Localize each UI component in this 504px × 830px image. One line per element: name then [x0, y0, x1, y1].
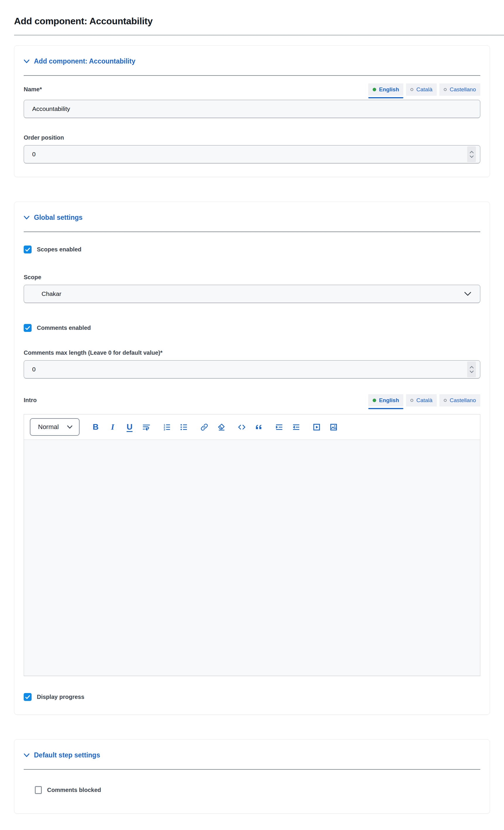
stepper-up-icon [469, 151, 474, 153]
link-button[interactable] [200, 422, 209, 432]
tab-label: English [379, 397, 399, 404]
checkmark-icon [25, 326, 30, 330]
tab-english[interactable]: English [368, 84, 404, 96]
blockquote-icon [255, 423, 263, 431]
toolbar-group-media [312, 422, 338, 432]
section-toggle-add-component[interactable]: Add component: Accountability [24, 57, 135, 65]
section-title-add-component: Add component: Accountability [34, 57, 135, 65]
tab-catala[interactable]: Català [406, 394, 437, 407]
name-label: Name* [24, 86, 42, 93]
toolbar-group-text: B I U [91, 422, 151, 432]
numbered-list-button[interactable]: 123 [163, 422, 171, 432]
tab-english[interactable]: English [368, 394, 404, 407]
intro-label: Intro [24, 397, 37, 404]
inactive-language-dot-icon [410, 88, 413, 91]
section-divider [24, 769, 480, 770]
card-add-component: Add component: Accountability Name* Engl… [14, 45, 490, 177]
indent-button[interactable] [275, 422, 284, 432]
comments-blocked-checkbox[interactable] [35, 786, 42, 794]
chevron-down-icon [464, 292, 471, 296]
tab-label: Castellano [449, 397, 476, 404]
line-break-icon [142, 423, 150, 431]
order-position-label: Order position [24, 134, 480, 141]
stepper-up-icon [469, 366, 474, 369]
scopes-enabled-label: Scopes enabled [37, 246, 81, 253]
tab-castellano[interactable]: Castellano [439, 394, 480, 407]
chevron-down-icon [67, 425, 72, 429]
checkmark-icon [25, 248, 30, 252]
section-toggle-default-step-settings[interactable]: Default step settings [24, 751, 100, 759]
rich-text-editor-content[interactable] [24, 440, 480, 676]
stepper-down-icon [469, 371, 474, 373]
section-title-global-settings: Global settings [34, 214, 82, 222]
comments-max-length-stepper[interactable] [467, 361, 476, 377]
media-embed-button[interactable] [312, 422, 321, 432]
checkmark-icon [25, 695, 30, 699]
comments-blocked-row: Comments blocked [35, 786, 480, 794]
tab-castellano[interactable]: Castellano [439, 84, 480, 96]
code-button[interactable] [237, 422, 246, 432]
chevron-down-icon [24, 59, 30, 64]
outdent-icon [292, 423, 300, 431]
inactive-language-dot-icon [444, 399, 447, 402]
code-icon [238, 423, 246, 431]
section-title-default-step-settings: Default step settings [34, 751, 100, 759]
name-field-row: Name* English Català Castellano [24, 84, 480, 96]
intro-field-row: Intro English Català Castellano [24, 394, 480, 407]
scope-select[interactable]: Chakar [24, 285, 480, 303]
comments-enabled-checkbox[interactable] [24, 324, 32, 332]
language-tabs-name: English Català Castellano [368, 84, 480, 96]
tab-catala[interactable]: Català [406, 84, 437, 96]
section-divider [24, 75, 480, 76]
comments-max-length-value: 0 [32, 366, 36, 373]
comments-enabled-row: Comments enabled [24, 324, 480, 332]
toolbar-group-blocks [237, 422, 263, 432]
image-icon [330, 423, 338, 431]
display-progress-label: Display progress [37, 694, 84, 700]
bold-icon: B [93, 423, 99, 431]
image-button[interactable] [329, 422, 338, 432]
rich-text-editor: Normal B I U [24, 414, 480, 676]
active-language-dot-icon [373, 88, 376, 91]
inactive-language-dot-icon [444, 88, 447, 91]
order-position-stepper[interactable] [467, 146, 476, 162]
comments-max-length-input[interactable]: 0 [24, 360, 480, 378]
order-position-input[interactable]: 0 [24, 145, 480, 163]
underline-icon: U [127, 423, 133, 431]
chevron-down-icon [24, 753, 30, 758]
scopes-enabled-row: Scopes enabled [24, 246, 480, 253]
page-divider [14, 35, 504, 35]
outdent-button[interactable] [292, 422, 301, 432]
card-default-step-settings: Default step settings Comments blocked [14, 739, 490, 813]
section-divider [24, 231, 480, 232]
indent-icon [275, 423, 283, 431]
card-global-settings: Global settings Scopes enabled Scope Cha… [14, 202, 490, 715]
scopes-enabled-checkbox[interactable] [24, 246, 32, 253]
link-icon [200, 423, 208, 431]
bold-button[interactable]: B [91, 422, 100, 432]
active-language-dot-icon [373, 398, 376, 402]
tab-label: Català [416, 86, 432, 93]
italic-icon: I [111, 423, 114, 431]
stepper-down-icon [469, 155, 474, 158]
editor-toolbar: Normal B I U [24, 414, 480, 440]
underline-button[interactable]: U [125, 422, 134, 432]
name-input[interactable] [24, 100, 480, 118]
section-toggle-global-settings[interactable]: Global settings [24, 214, 82, 222]
paragraph-style-value: Normal [38, 423, 59, 431]
tab-label: Castellano [449, 86, 476, 93]
paragraph-style-dropdown[interactable]: Normal [30, 418, 79, 436]
remove-format-button[interactable] [217, 422, 226, 432]
tab-label: Català [416, 397, 432, 404]
language-tabs-intro: English Català Castellano [368, 394, 480, 407]
toolbar-group-indent [275, 422, 301, 432]
chevron-down-icon [24, 216, 30, 220]
italic-button[interactable]: I [108, 422, 117, 432]
line-break-button[interactable] [142, 422, 151, 432]
remove-format-eraser-icon [217, 423, 225, 431]
scope-select-value: Chakar [41, 290, 61, 297]
bulleted-list-button[interactable] [179, 422, 189, 432]
blockquote-button[interactable] [255, 422, 263, 432]
display-progress-checkbox[interactable] [24, 693, 32, 701]
tab-label: English [379, 86, 399, 93]
